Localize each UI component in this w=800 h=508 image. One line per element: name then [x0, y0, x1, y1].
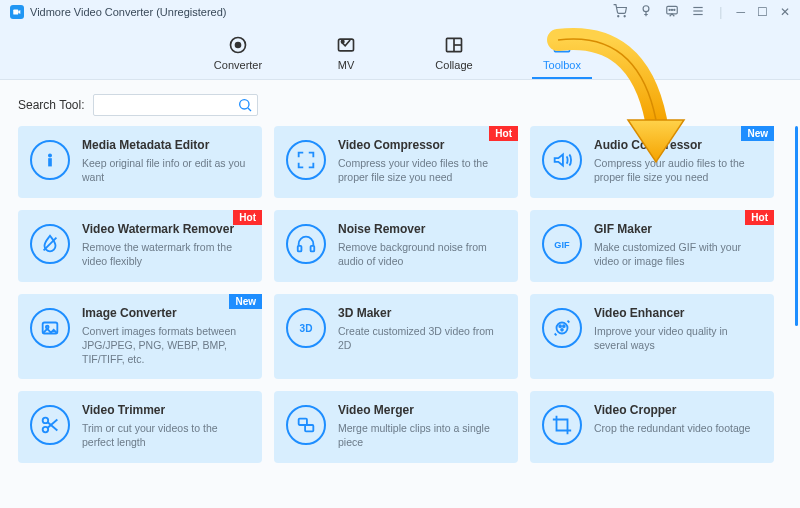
tool-video-trimmer[interactable]: Video Trimmer Trim or cut your videos to… [18, 391, 262, 463]
tool-title: 3D Maker [338, 306, 506, 320]
svg-point-6 [672, 9, 673, 10]
watermark-icon [30, 224, 70, 264]
tool-title: Video Watermark Remover [82, 222, 250, 236]
search-icon[interactable] [237, 97, 253, 116]
hot-badge: Hot [233, 210, 262, 225]
tool-desc: Convert images formats between JPG/JPEG,… [82, 324, 250, 367]
minimize-icon[interactable]: ─ [736, 5, 745, 19]
svg-point-34 [43, 417, 49, 423]
tool-gif-maker[interactable]: Hot GIF GIF Maker Make customized GIF wi… [530, 210, 774, 282]
svg-point-14 [341, 40, 344, 43]
compress-icon [286, 140, 326, 180]
converter-icon [227, 35, 249, 55]
tool-3d-maker[interactable]: 3D 3D Maker Create customized 3D video f… [274, 294, 518, 379]
menu-icon[interactable] [691, 4, 705, 21]
tool-media-metadata-editor[interactable]: Media Metadata Editor Keep original file… [18, 126, 262, 198]
tab-label: Converter [214, 59, 262, 71]
tool-desc: Remove the watermark from the video flex… [82, 240, 250, 268]
svg-point-3 [643, 5, 649, 11]
separator: | [719, 5, 722, 19]
enhancer-icon [542, 308, 582, 348]
tool-desc: Compress your video files to the proper … [338, 156, 506, 184]
tab-mv[interactable]: MV [316, 35, 376, 79]
tool-video-enhancer[interactable]: Video Enhancer Improve your video qualit… [530, 294, 774, 379]
feedback-icon[interactable] [665, 4, 679, 21]
hot-badge: Hot [745, 210, 774, 225]
tool-noise-remover[interactable]: Noise Remover Remove background noise fr… [274, 210, 518, 282]
tool-video-watermark-remover[interactable]: Hot Video Watermark Remover Remove the w… [18, 210, 262, 282]
svg-rect-38 [299, 418, 307, 424]
svg-rect-19 [559, 39, 566, 42]
svg-text:GIF: GIF [554, 240, 570, 250]
maximize-icon[interactable]: ☐ [757, 5, 768, 19]
tool-title: Image Converter [82, 306, 250, 320]
search-row: Search Tool: [0, 80, 800, 126]
tool-audio-compressor[interactable]: New Audio Compressor Compress your audio… [530, 126, 774, 198]
svg-point-12 [236, 43, 241, 48]
hot-badge: Hot [489, 126, 518, 141]
tool-title: Media Metadata Editor [82, 138, 250, 152]
svg-point-32 [563, 325, 565, 327]
tool-desc: Make customized GIF with your video or i… [594, 240, 762, 268]
tool-title: Video Compressor [338, 138, 506, 152]
tool-image-converter[interactable]: New Image Converter Convert images forma… [18, 294, 262, 379]
svg-point-33 [561, 329, 563, 331]
tool-desc: Improve your video quality in several wa… [594, 324, 762, 352]
tool-desc: Crop the redundant video footage [594, 421, 762, 435]
tool-title: Noise Remover [338, 222, 506, 236]
titlebar: Vidmore Video Converter (Unregistered) |… [0, 0, 800, 24]
tab-label: MV [338, 59, 355, 71]
search-box[interactable] [93, 94, 258, 116]
nav-tabs: Converter MV Collage Toolbox [0, 24, 800, 80]
tool-desc: Create customized 3D video from 2D [338, 324, 506, 352]
info-icon [30, 140, 70, 180]
crop-icon [542, 405, 582, 445]
tool-title: Audio Compressor [594, 138, 762, 152]
search-label: Search Tool: [18, 98, 85, 112]
svg-text:3D: 3D [300, 323, 313, 334]
image-convert-icon [30, 308, 70, 348]
collage-icon [443, 35, 465, 55]
tool-grid-wrap: Media Metadata Editor Keep original file… [0, 126, 800, 508]
svg-point-31 [559, 325, 561, 327]
tab-toolbox[interactable]: Toolbox [532, 35, 592, 79]
tool-desc: Merge multiple clips into a single piece [338, 421, 506, 449]
merge-icon [286, 405, 326, 445]
search-input[interactable] [94, 95, 257, 115]
tab-collage[interactable]: Collage [424, 35, 484, 79]
tool-desc: Keep original file info or edit as you w… [82, 156, 250, 184]
tool-title: Video Merger [338, 403, 506, 417]
svg-rect-0 [13, 10, 18, 15]
svg-point-35 [43, 426, 49, 432]
mv-icon [335, 35, 357, 55]
svg-point-5 [669, 9, 670, 10]
gif-icon: GIF [542, 224, 582, 264]
tool-video-compressor[interactable]: Hot Video Compressor Compress your video… [274, 126, 518, 198]
tool-title: GIF Maker [594, 222, 762, 236]
tab-label: Collage [435, 59, 472, 71]
tool-desc: Trim or cut your videos to the perfect l… [82, 421, 250, 449]
tool-title: Video Cropper [594, 403, 762, 417]
svg-point-7 [674, 9, 675, 10]
tool-grid: Media Metadata Editor Keep original file… [18, 126, 782, 463]
tab-converter[interactable]: Converter [208, 35, 268, 79]
audio-compress-icon [542, 140, 582, 180]
scissors-icon [30, 405, 70, 445]
key-icon[interactable] [639, 4, 653, 21]
tool-video-merger[interactable]: Video Merger Merge multiple clips into a… [274, 391, 518, 463]
svg-point-22 [49, 154, 51, 156]
tool-video-cropper[interactable]: Video Cropper Crop the redundant video f… [530, 391, 774, 463]
tool-desc: Compress your audio files to the proper … [594, 156, 762, 184]
close-icon[interactable]: ✕ [780, 5, 790, 19]
scrollbar[interactable] [795, 126, 798, 326]
new-badge: New [229, 294, 262, 309]
cart-icon[interactable] [613, 4, 627, 21]
window-title: Vidmore Video Converter (Unregistered) [30, 6, 226, 18]
tool-title: Video Enhancer [594, 306, 762, 320]
svg-rect-18 [555, 43, 570, 52]
svg-point-1 [618, 15, 619, 16]
headphones-icon [286, 224, 326, 264]
svg-rect-39 [305, 425, 313, 431]
tool-title: Video Trimmer [82, 403, 250, 417]
svg-point-2 [624, 15, 625, 16]
